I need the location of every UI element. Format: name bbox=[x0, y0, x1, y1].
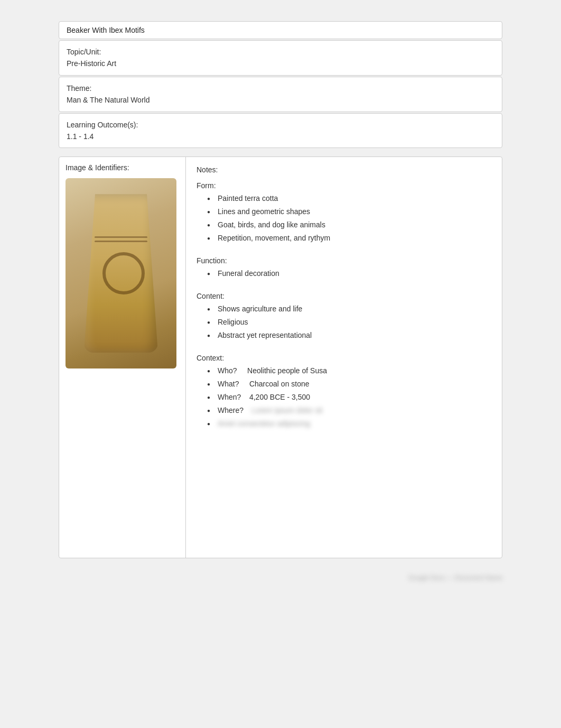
context-where: Where? Lorem ipsum dolor sit bbox=[207, 405, 491, 416]
deco-line-1 bbox=[95, 236, 147, 238]
content-item-1: Shows agriculture and life bbox=[207, 303, 491, 315]
who-label: Who? bbox=[218, 366, 237, 375]
learning-label: Learning Outcome(s): bbox=[67, 119, 494, 131]
form-item-3: Goat, birds, and dog like animals bbox=[207, 219, 491, 231]
beaker-decoration bbox=[95, 236, 147, 321]
topic-label: Topic/Unit: bbox=[67, 46, 494, 58]
left-panel: Image & Identifiers: bbox=[59, 157, 186, 558]
context-section: Context: Who? Neolithic people of Susa W… bbox=[197, 354, 491, 429]
function-list: Funeral decoration bbox=[197, 268, 491, 279]
page-wrapper: Beaker With Ibex Motifs Topic/Unit: Pre-… bbox=[59, 21, 502, 582]
footer: Google Docs — Document Name bbox=[59, 574, 502, 582]
artifact-image bbox=[66, 178, 176, 368]
form-item-2: Lines and geometric shapes bbox=[207, 206, 491, 217]
right-panel: Notes: Form: Painted terra cotta Lines a… bbox=[186, 157, 502, 558]
what-label: What? bbox=[218, 380, 239, 388]
deco-line-2 bbox=[95, 241, 147, 242]
deco-lines bbox=[95, 236, 147, 250]
form-section: Form: Painted terra cotta Lines and geom… bbox=[197, 181, 491, 244]
extra-value: Amet consectetur adipiscing bbox=[218, 419, 310, 428]
learning-block: Learning Outcome(s): 1.1 - 1.4 bbox=[59, 113, 502, 149]
where-label: Where? bbox=[218, 406, 244, 414]
where-value: Lorem ipsum dolor sit bbox=[252, 406, 323, 414]
who-value: Neolithic people of Susa bbox=[247, 366, 327, 375]
context-when: When? 4,200 BCE - 3,500 bbox=[207, 392, 491, 403]
content-list: Shows agriculture and life Religious Abs… bbox=[197, 303, 491, 341]
title-card: Beaker With Ibex Motifs bbox=[59, 21, 502, 39]
beaker-shape bbox=[84, 194, 158, 353]
theme-value: Man & The Natural World bbox=[67, 94, 494, 106]
image-identifiers-title: Image & Identifiers: bbox=[66, 163, 179, 172]
main-card: Image & Identifiers: Notes: Form bbox=[59, 156, 502, 558]
when-label: When? bbox=[218, 393, 241, 401]
content-item-3: Abstract yet representational bbox=[207, 330, 491, 341]
context-title: Context: bbox=[197, 354, 491, 362]
deco-circle bbox=[102, 252, 145, 294]
topic-value: Pre-Historic Art bbox=[67, 58, 494, 69]
theme-label: Theme: bbox=[67, 82, 494, 94]
context-what: What? Charcoal on stone bbox=[207, 379, 491, 390]
notes-title: Notes: bbox=[197, 165, 491, 174]
form-item-4: Repetition, movement, and rythym bbox=[207, 233, 491, 244]
content-item-2: Religious bbox=[207, 317, 491, 328]
what-value: Charcoal on stone bbox=[249, 380, 310, 388]
function-title: Function: bbox=[197, 256, 491, 265]
function-section: Function: Funeral decoration bbox=[197, 256, 491, 279]
theme-block: Theme: Man & The Natural World bbox=[59, 77, 502, 112]
footer-text: Google Docs — Document Name bbox=[408, 574, 502, 582]
context-who: Who? Neolithic people of Susa bbox=[207, 365, 491, 376]
context-list: Who? Neolithic people of Susa What? Char… bbox=[197, 365, 491, 429]
topic-block: Topic/Unit: Pre-Historic Art bbox=[59, 40, 502, 76]
form-item-1: Painted terra cotta bbox=[207, 193, 491, 204]
learning-value: 1.1 - 1.4 bbox=[67, 131, 494, 142]
context-extra: Amet consectetur adipiscing bbox=[207, 418, 491, 429]
form-list: Painted terra cotta Lines and geometric … bbox=[197, 193, 491, 244]
content-title: Content: bbox=[197, 292, 491, 300]
content-section: Content: Shows agriculture and life Reli… bbox=[197, 292, 491, 341]
when-value: 4,200 BCE - 3,500 bbox=[249, 393, 310, 401]
main-title: Beaker With Ibex Motifs bbox=[67, 26, 145, 34]
function-item-1: Funeral decoration bbox=[207, 268, 491, 279]
form-title: Form: bbox=[197, 181, 491, 190]
